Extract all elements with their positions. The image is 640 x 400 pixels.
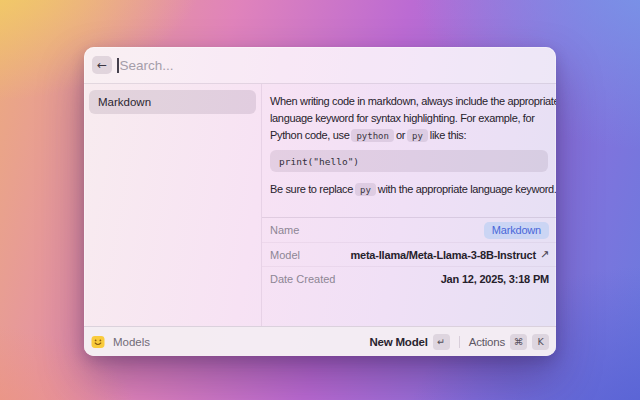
metadata-section: Name Markdown Model meta-llama/Meta-Llam… [262,217,556,290]
detail-row-date-created: Date Created Jan 12, 2025, 3:18 PM [262,266,556,290]
new-model-label: New Model [369,336,427,348]
sidebar-item-markdown[interactable]: Markdown [89,90,256,114]
back-button[interactable]: ← [92,56,112,74]
inline-code-python: python [351,129,394,142]
return-key-icon: ↵ [433,334,450,350]
name-badge: Markdown [484,222,549,239]
detail-row-model: Model meta-llama/Meta-Llama-3-8B-Instruc… [262,242,556,266]
inline-code-py: py [407,129,428,142]
detail-pane: When writing code in markdown, always in… [262,84,556,326]
footer-divider [459,336,460,348]
detail-label: Name [270,224,299,236]
detail-label: Date Created [270,273,335,285]
footer-left: Models [91,335,150,349]
prompt-line: Python code, usepythonorpylike this: [270,127,548,144]
sidebar: Markdown [84,84,262,326]
code-block-text: print("hello") [279,156,359,167]
inline-code-py: py [355,183,376,196]
text-caret [117,58,119,73]
desktop-background: { "window": { "search": { "placeholder":… [0,0,640,400]
actions-button[interactable]: Actions ⌘ K [469,334,549,350]
k-key-icon: K [532,334,549,350]
model-link[interactable]: meta-llama/Meta-Llama-3-8B-Instruct ↗ [350,248,549,261]
detail-row-name: Name Markdown [262,218,556,242]
sidebar-item-label: Markdown [98,96,151,108]
detail-label: Model [270,249,300,261]
code-block: print("hello") [270,150,548,172]
command-key-icon: ⌘ [510,334,527,350]
back-arrow-icon: ← [97,59,107,71]
prompt-line: When writing code in markdown, always in… [270,93,548,110]
date-created-value: Jan 12, 2025, 3:18 PM [441,273,549,285]
prompt-line: Be sure to replacepywith the appropriate… [270,181,548,198]
prompt-line: language keyword for syntax highlighting… [270,110,548,127]
main-split: Markdown When writing code in markdown, … [84,84,556,326]
app-window: ← Search... Markdown When writing code i… [84,47,556,356]
extension-label: Models [113,336,150,348]
search-placeholder: Search... [120,58,174,73]
search-bar: ← Search... [84,47,556,84]
actions-label: Actions [469,336,505,348]
new-model-button[interactable]: New Model ↵ [369,334,449,350]
external-link-icon: ↗ [540,248,549,261]
footer-bar: Models New Model ↵ Actions ⌘ K [84,326,556,356]
model-path: meta-llama/Meta-Llama-3-8B-Instruct [350,249,536,261]
prompt-text: When writing code in markdown, always in… [262,84,556,198]
huggingface-icon [91,335,105,349]
footer-right: New Model ↵ Actions ⌘ K [369,334,549,350]
search-input[interactable]: Search... [117,58,548,73]
